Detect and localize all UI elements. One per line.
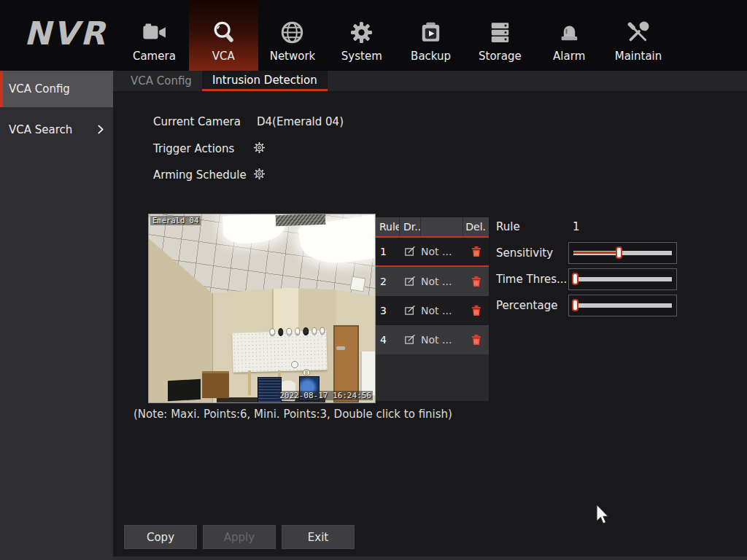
apply-button[interactable]: Apply: [203, 525, 276, 549]
network-icon: [279, 17, 306, 47]
nav-item-camera[interactable]: Camera: [120, 0, 189, 71]
rule-table-header: RuleDr..Del.: [376, 217, 489, 236]
nav-item-storage[interactable]: Storage: [465, 0, 535, 71]
scene-tv: [168, 379, 201, 402]
nav-item-alarm[interactable]: Alarm: [535, 0, 604, 71]
draw-rule-button[interactable]: [403, 304, 417, 318]
chevron-right-icon: [93, 122, 107, 139]
column-header-rule: Rule: [376, 217, 400, 236]
time-thres-label: Time Thres...: [496, 273, 568, 286]
top-nav-bar: NVR CameraVCANetworkSystemBackupStorageA…: [0, 0, 747, 71]
maintain-icon: [624, 17, 651, 47]
video-timestamp-overlay: 2022-08-17 16:24:56: [278, 391, 373, 400]
nav-item-vca[interactable]: VCA: [189, 0, 258, 71]
rule-status: Not ...: [421, 246, 463, 257]
storage-icon: [487, 17, 514, 47]
footer-buttons: CopyApplyExit: [124, 525, 355, 549]
scene-box: [202, 371, 229, 397]
nav-item-system[interactable]: System: [327, 0, 396, 71]
scene-wall-clock: [350, 276, 366, 292]
scene-cameras: [269, 327, 325, 346]
rule-number: 3: [376, 305, 400, 316]
sensitivity-label: Sensitivity: [496, 246, 568, 260]
scene-vent: [275, 214, 325, 227]
nav-item-network[interactable]: Network: [258, 0, 328, 71]
delete-rule-button[interactable]: [470, 333, 483, 346]
trigger-actions-gear-icon[interactable]: [252, 141, 266, 155]
copy-button[interactable]: Copy: [124, 525, 197, 549]
tab-vca-config[interactable]: VCA Config: [120, 71, 202, 91]
sensitivity-slider[interactable]: [568, 242, 677, 264]
mouse-cursor: [595, 505, 611, 526]
delete-rule-button[interactable]: [470, 245, 483, 258]
column-header-dr: Dr..: [400, 217, 421, 236]
sidebar-item-vca-search[interactable]: VCA Search: [0, 112, 113, 148]
note-text: (Note: Maxi. Points:6, Mini. Points:3, D…: [133, 408, 452, 421]
percentage-label: Percentage: [496, 299, 568, 312]
backup-icon: [417, 17, 444, 47]
slider-track: [573, 303, 672, 308]
rule-number: 1: [376, 246, 400, 257]
arming-schedule-gear-icon[interactable]: [252, 167, 266, 181]
current-camera-value: D4(Emerald 04): [257, 115, 344, 128]
rule-value: 1: [573, 220, 580, 233]
nvr-logo: NVR: [24, 15, 107, 52]
alarm-icon: [556, 17, 583, 47]
scene-pegboard: [232, 331, 327, 373]
rule-table-empty-area: [376, 354, 489, 401]
delete-rule-button[interactable]: [470, 304, 483, 317]
current-camera-label: Current Camera: [153, 115, 241, 128]
table-row[interactable]: 4Not ...: [376, 325, 489, 354]
camera-icon: [141, 17, 168, 47]
nav-item-backup[interactable]: Backup: [396, 0, 465, 71]
nav-item-maintain[interactable]: Maintain: [604, 0, 673, 71]
slider-track: [573, 277, 672, 281]
rule-status: Not ...: [421, 334, 463, 346]
video-preview[interactable]: Emerald 04 2022-08-17 16:24:56: [148, 214, 376, 403]
system-icon: [348, 17, 375, 47]
video-camera-name-overlay: Emerald 04: [150, 216, 201, 225]
slider-fill: [573, 252, 619, 254]
subtab-bar: VCA ConfigIntrusion Detection: [113, 71, 747, 91]
scene-door-handle: [336, 346, 345, 350]
rule-number: 4: [376, 334, 400, 346]
sidebar-menu: VCA ConfigVCA Search: [0, 71, 113, 148]
table-row[interactable]: 1Not ...: [376, 238, 489, 267]
time-thres-slider-thumb[interactable]: [572, 273, 578, 285]
rule-status: Not ...: [421, 276, 463, 287]
rule-label: Rule: [496, 220, 520, 233]
rule-number: 2: [376, 276, 400, 287]
bottom-strip: [113, 556, 747, 560]
percentage-slider[interactable]: [568, 295, 677, 316]
rule-table-body: 1Not ...2Not ...3Not ...4Not ...: [376, 238, 489, 354]
vca-icon: [210, 17, 237, 47]
sidebar: VCA ConfigVCA Search: [0, 71, 113, 560]
trigger-actions-label: Trigger Actions: [153, 142, 234, 155]
table-row[interactable]: 3Not ...: [376, 296, 489, 325]
column-header-del: Del.: [463, 217, 489, 236]
draw-rule-button[interactable]: [403, 333, 417, 347]
rule-status: Not ...: [421, 305, 463, 316]
sliders: SensitivityTime Thres...Percentage: [496, 243, 678, 322]
time-thres-slider[interactable]: [568, 268, 677, 290]
delete-rule-button[interactable]: [470, 275, 483, 288]
rule-table: RuleDr..Del. 1Not ...2Not ...3Not ...4No…: [376, 217, 489, 401]
column-header-blank: [421, 217, 463, 236]
arming-schedule-label: Arming Schedule: [153, 168, 247, 182]
top-nav: CameraVCANetworkSystemBackupStorageAlarm…: [120, 0, 673, 71]
table-row[interactable]: 2Not ...: [376, 267, 489, 296]
scene-whiteboard: [360, 351, 376, 394]
nvr-app-window: NVR CameraVCANetworkSystemBackupStorageA…: [0, 0, 747, 560]
percentage-slider-thumb[interactable]: [572, 299, 578, 311]
exit-button[interactable]: Exit: [282, 525, 355, 549]
sidebar-item-vca-config[interactable]: VCA Config: [0, 71, 113, 107]
sensitivity-slider-thumb[interactable]: [616, 246, 622, 259]
draw-rule-button[interactable]: [403, 245, 417, 259]
tab-intrusion-detection[interactable]: Intrusion Detection: [202, 71, 328, 91]
draw-rule-button[interactable]: [403, 275, 417, 289]
